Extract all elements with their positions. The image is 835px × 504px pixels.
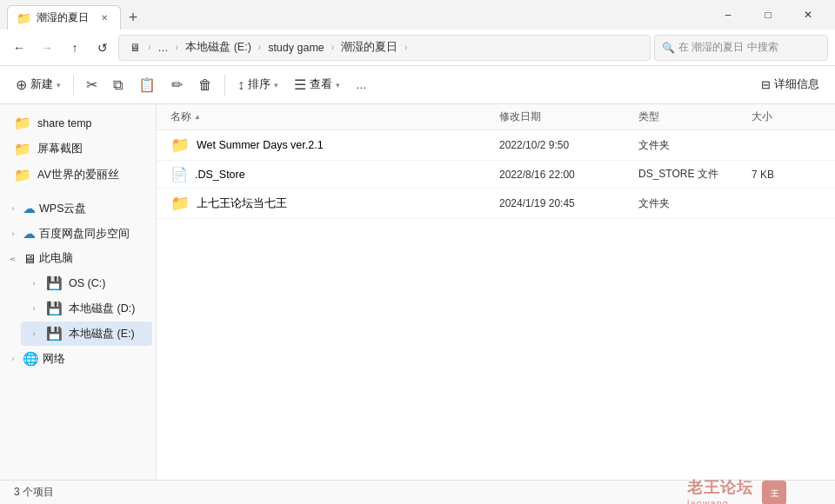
- sidebar-section-baidu[interactable]: › ☁ 百度网盘同步空间: [3, 222, 152, 246]
- sidebar-item-label: 屏幕截图: [37, 142, 83, 156]
- breadcrumb-ellipsis[interactable]: …: [154, 40, 172, 56]
- sidebar-sub-drives: › 💾 OS (C:) › 💾 本地磁盘 (D:) › 💾 本地磁盘 (E:): [0, 271, 156, 346]
- sidebar-drive-icon: 💾: [46, 301, 63, 316]
- sort-label: 排序: [248, 77, 271, 92]
- new-tab-button[interactable]: +: [121, 5, 145, 30]
- col-name[interactable]: 名称 ▲: [170, 109, 499, 124]
- sidebar-cloud-icon: ☁: [23, 226, 36, 242]
- forward-button[interactable]: →: [35, 36, 59, 60]
- sidebar-item-drive-c[interactable]: › 💾 OS (C:): [21, 271, 152, 295]
- sidebar-item-label: 本地磁盘 (E:): [69, 327, 135, 342]
- separator-1: [73, 75, 74, 96]
- view-dropdown-icon: ▾: [336, 81, 340, 90]
- active-tab[interactable]: 📁 潮湿的夏日 ✕: [7, 5, 121, 30]
- file-name: .DS_Store: [195, 169, 245, 181]
- delete-button[interactable]: 🗑: [191, 71, 219, 99]
- chevron-icon: ›: [7, 355, 19, 363]
- file-type: DS_STORE 文件: [638, 167, 752, 182]
- sidebar-item-screenshots[interactable]: 📁 屏幕截图: [3, 136, 152, 162]
- new-label: 新建: [30, 77, 53, 92]
- sidebar-section-label: 此电脑: [39, 251, 73, 266]
- search-box[interactable]: 🔍 在 潮湿的夏日 中搜索: [654, 35, 828, 61]
- sidebar-pc-icon: 🖥: [23, 251, 36, 266]
- sidebar-drive-icon: 💾: [46, 275, 63, 291]
- sort-dropdown-icon: ▾: [274, 81, 278, 90]
- sidebar-section-label: 百度网盘同步空间: [39, 227, 130, 242]
- up-button[interactable]: ↑: [63, 36, 87, 60]
- detail-icon: ⊟: [761, 78, 771, 91]
- sidebar-network-icon: 🌐: [23, 351, 39, 367]
- detail-button[interactable]: ⊟ 详细信息: [754, 71, 826, 99]
- file-size: 7 KB: [752, 169, 821, 181]
- file-name-cell: 📄 .DS_Store: [170, 166, 499, 182]
- window-controls: – □ ✕: [708, 0, 828, 30]
- search-icon: 🔍: [662, 42, 675, 54]
- item-count: 3 个项目: [14, 485, 54, 500]
- file-row[interactable]: 📄 .DS_Store 2022/8/16 22:00 DS_STORE 文件 …: [157, 161, 835, 189]
- sidebar-section-thispc[interactable]: ∨ 🖥 此电脑: [3, 247, 152, 270]
- col-size-label: 大小: [752, 109, 772, 124]
- rename-button[interactable]: ✏: [164, 71, 190, 99]
- file-date: 2022/10/2 9:50: [499, 139, 638, 151]
- close-button[interactable]: ✕: [788, 0, 828, 30]
- rename-icon: ✏: [171, 76, 183, 93]
- sort-button[interactable]: ↕ 排序 ▾: [230, 71, 285, 99]
- view-button[interactable]: ☰ 查看 ▾: [287, 71, 347, 99]
- sidebar-item-av[interactable]: 📁 AV世界的爱丽丝: [3, 162, 152, 188]
- sidebar-section-label: 网络: [43, 352, 65, 367]
- col-date-label: 修改日期: [499, 109, 541, 124]
- col-type-label: 类型: [638, 109, 659, 124]
- new-icon: ⊕: [16, 76, 27, 93]
- sidebar-section-network[interactable]: › 🌐 网络: [3, 347, 152, 371]
- col-size[interactable]: 大小: [752, 109, 821, 124]
- watermark-area: 老王论坛 laowang 王: [687, 477, 786, 505]
- toolbar: ⊕ 新建 ▾ ✂ ⧉ 📋 ✏ 🗑 ↕ 排序 ▾ ☰ 查看 ▾ … ⊟ 详细信息: [0, 66, 835, 104]
- back-button[interactable]: ←: [7, 36, 31, 60]
- tab-area: 📁 潮湿的夏日 ✕ +: [7, 0, 708, 30]
- breadcrumb[interactable]: 🖥 › … › 本地磁盘 (E:) › study game › 潮湿的夏日 ›: [118, 35, 651, 61]
- folder-icon: 📁: [170, 136, 190, 155]
- breadcrumb-folder2[interactable]: 潮湿的夏日: [337, 38, 401, 56]
- new-button[interactable]: ⊕ 新建 ▾: [9, 71, 68, 99]
- watermark-cn: 老王论坛: [687, 477, 753, 498]
- main-layout: 📁 share temp 📁 屏幕截图 📁 AV世界的爱丽丝 › ☁ WPS云盘…: [0, 104, 835, 480]
- tab-close-button[interactable]: ✕: [97, 11, 111, 25]
- watermark-logo: 王: [762, 481, 786, 505]
- cut-button[interactable]: ✂: [79, 71, 104, 99]
- sidebar-section-wps[interactable]: › ☁ WPS云盘: [3, 196, 152, 221]
- file-date: 2024/1/19 20:45: [499, 197, 638, 209]
- sidebar-item-label: share temp: [37, 117, 92, 129]
- maximize-button[interactable]: □: [748, 0, 788, 30]
- separator-2: [224, 75, 225, 96]
- watermark-en: laowang: [687, 498, 753, 505]
- cut-icon: ✂: [86, 76, 97, 93]
- minimize-button[interactable]: –: [708, 0, 748, 30]
- col-date[interactable]: 修改日期: [499, 109, 638, 124]
- sidebar-drive-icon: 💾: [46, 326, 63, 342]
- col-type[interactable]: 类型: [638, 109, 752, 124]
- sidebar: 📁 share temp 📁 屏幕截图 📁 AV世界的爱丽丝 › ☁ WPS云盘…: [0, 104, 157, 480]
- breadcrumb-computer-icon[interactable]: 🖥: [126, 40, 144, 56]
- more-icon: …: [356, 79, 367, 91]
- chevron-icon: ∨: [9, 253, 17, 265]
- sidebar-item-label: 本地磁盘 (D:): [69, 302, 135, 316]
- sidebar-item-label: OS (C:): [69, 277, 105, 289]
- sort-arrow-icon: ▲: [194, 113, 201, 121]
- watermark-text: 老王论坛 laowang: [687, 477, 753, 505]
- refresh-button[interactable]: ↺: [90, 36, 115, 60]
- watermark: 老王论坛 laowang 王: [687, 477, 821, 505]
- sidebar-item-drive-d[interactable]: › 💾 本地磁盘 (D:): [21, 296, 152, 321]
- file-row[interactable]: 📁 Wet Summer Days ver.2.1 2022/10/2 9:50…: [157, 130, 835, 161]
- more-button[interactable]: …: [349, 71, 374, 99]
- file-row[interactable]: 📁 上七王论坛当七王 2024/1/19 20:45 文件夹: [157, 189, 835, 219]
- tab-label: 潮湿的夏日: [37, 10, 89, 25]
- copy-button[interactable]: ⧉: [106, 71, 130, 99]
- col-name-label: 名称: [170, 109, 191, 124]
- file-type: 文件夹: [638, 196, 752, 211]
- content-pane: 名称 ▲ 修改日期 类型 大小 📁 Wet Summer Days ver.2.…: [157, 104, 835, 480]
- sidebar-item-share-temp[interactable]: 📁 share temp: [3, 110, 152, 136]
- breadcrumb-folder1[interactable]: study game: [264, 40, 328, 56]
- breadcrumb-drive[interactable]: 本地磁盘 (E:): [182, 38, 255, 56]
- sidebar-item-drive-e[interactable]: › 💾 本地磁盘 (E:): [21, 322, 152, 346]
- paste-button[interactable]: 📋: [131, 71, 163, 99]
